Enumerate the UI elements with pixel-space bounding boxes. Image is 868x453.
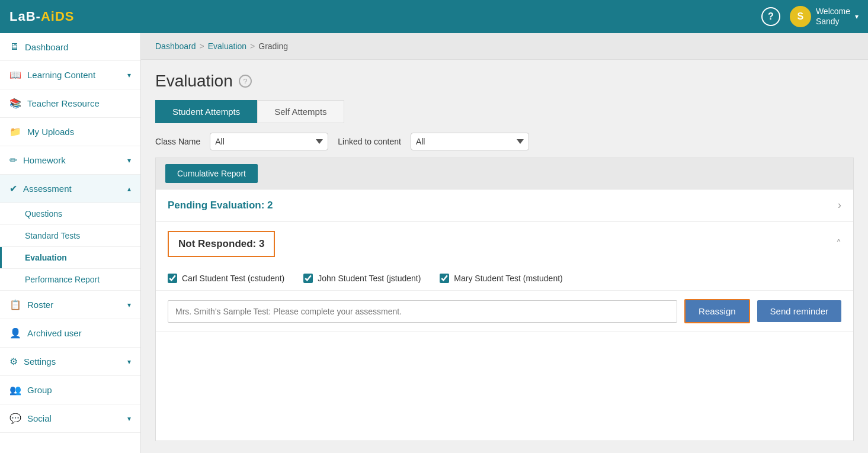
students-row: Carl Student Test (cstudent) John Studen…	[156, 266, 853, 291]
student-check-john[interactable]: John Student Test (jstudent)	[303, 274, 421, 283]
reminder-input[interactable]	[168, 300, 677, 323]
pending-evaluation-title: Pending Evaluation: 2	[168, 200, 273, 211]
sidebar-label-roster: Roster	[27, 300, 53, 310]
sidebar-label-my-uploads: My Uploads	[27, 127, 74, 137]
sidebar-item-dashboard[interactable]: 🖥 Dashboard	[0, 33, 140, 61]
pending-chevron-right-icon[interactable]: ›	[838, 199, 841, 211]
group-icon: 👥	[9, 384, 21, 396]
sidebar-item-my-uploads[interactable]: 📁 My Uploads	[0, 118, 140, 146]
reassign-button[interactable]: Reassign	[684, 299, 750, 323]
not-responded-chevron-up-icon[interactable]: ˄	[836, 237, 841, 250]
tab-student-attempts[interactable]: Student Attempts	[155, 100, 257, 123]
sidebar-item-evaluation[interactable]: Evaluation	[0, 247, 140, 269]
not-responded-header: Not Responded: 3 ˄	[156, 221, 853, 266]
breadcrumb-sep-1: >	[200, 41, 204, 51]
breadcrumb-grading: Grading	[258, 41, 288, 51]
chevron-down-icon-roster: ▾	[127, 301, 131, 309]
class-name-select[interactable]: All	[210, 133, 328, 150]
sidebar-label-dashboard: Dashboard	[25, 42, 68, 52]
student-name-mary: Mary Student Test (mstudent)	[454, 274, 562, 283]
roster-icon: 📋	[9, 299, 21, 310]
sidebar-item-archived-user[interactable]: 👤 Archived user	[0, 319, 140, 348]
class-name-label: Class Name	[155, 137, 200, 146]
chevron-down-icon-homework: ▾	[127, 156, 131, 165]
student-checkbox-john[interactable]	[303, 274, 313, 283]
assessment-submenu: Questions Standard Tests Evaluation Perf…	[0, 203, 140, 291]
sidebar-item-settings[interactable]: ⚙ Settings ▾	[0, 348, 140, 376]
sidebar-label-settings: Settings	[24, 356, 56, 367]
sidebar-label-group: Group	[27, 385, 52, 395]
sidebar-label-social: Social	[27, 413, 52, 423]
user-name-display: Welcome Sandy	[816, 7, 850, 27]
filters-row: Class Name All Linked to content All	[155, 133, 854, 150]
help-icon[interactable]: ?	[761, 7, 780, 26]
pending-evaluation-section: Pending Evaluation: 2 ›	[156, 189, 853, 221]
student-checkbox-mary[interactable]	[440, 274, 449, 283]
breadcrumb: Dashboard > Evaluation > Grading	[141, 33, 868, 60]
sidebar-item-group[interactable]: 👥 Group	[0, 376, 140, 404]
student-check-carl[interactable]: Carl Student Test (cstudent)	[168, 274, 284, 283]
linked-to-content-label: Linked to content	[338, 137, 401, 146]
main-content: Dashboard > Evaluation > Grading Evaluat…	[141, 33, 868, 453]
sidebar-label-learning-content: Learning Content	[27, 70, 95, 80]
archived-user-icon: 👤	[9, 327, 21, 339]
page-help-icon[interactable]: ?	[239, 75, 252, 88]
page-content: Evaluation ? Student Attempts Self Attem…	[141, 60, 868, 453]
social-icon: 💬	[9, 413, 21, 424]
cumulative-report-button[interactable]: Cumulative Report	[165, 164, 258, 183]
sidebar-item-questions[interactable]: Questions	[0, 203, 140, 225]
send-reminder-button[interactable]: Send reminder	[757, 300, 841, 322]
logo-aids-text: AiDS	[41, 9, 75, 24]
page-title: Evaluation	[155, 72, 233, 91]
not-responded-box: Not Responded: 3	[168, 231, 275, 257]
chevron-up-icon-assessment: ▴	[127, 185, 131, 193]
sidebar-label-teacher-resource: Teacher Resource	[27, 98, 100, 108]
my-uploads-icon: 📁	[9, 126, 21, 137]
logo-lab-text: LaB-	[9, 9, 41, 24]
sidebar-label-homework: Homework	[23, 155, 66, 165]
sidebar-label-archived-user: Archived user	[27, 328, 82, 338]
sidebar-label-assessment: Assessment	[23, 184, 72, 194]
learning-content-icon: 📖	[9, 69, 21, 81]
user-badge[interactable]: S Welcome Sandy ▾	[790, 6, 859, 27]
settings-icon: ⚙	[9, 356, 18, 367]
sidebar-item-learning-content[interactable]: 📖 Learning Content ▾	[0, 61, 140, 89]
sidebar-item-assessment[interactable]: ✔ Assessment ▴	[0, 175, 140, 203]
topnav-right: ? S Welcome Sandy ▾	[761, 6, 859, 27]
breadcrumb-dashboard[interactable]: Dashboard	[155, 41, 196, 51]
homework-icon: ✏	[9, 155, 17, 166]
student-checkbox-carl[interactable]	[168, 274, 177, 283]
not-responded-section: Not Responded: 3 ˄ Carl Student Test (cs…	[156, 221, 853, 332]
cumulative-bar: Cumulative Report	[156, 158, 853, 189]
sidebar-item-roster[interactable]: 📋 Roster ▾	[0, 291, 140, 319]
tab-self-attempts[interactable]: Self Attempts	[257, 100, 344, 123]
not-responded-title: Not Responded: 3	[178, 238, 264, 249]
chevron-down-icon-settings: ▾	[127, 358, 131, 366]
evaluation-panel: Cumulative Report Pending Evaluation: 2 …	[155, 158, 854, 441]
reminder-row: Reassign Send reminder	[156, 291, 853, 332]
dashboard-icon: 🖥	[9, 41, 19, 52]
linked-to-content-select[interactable]: All	[411, 133, 529, 150]
user-avatar: S	[790, 6, 811, 27]
student-check-mary[interactable]: Mary Student Test (mstudent)	[440, 274, 562, 283]
sidebar-item-performance-report[interactable]: Performance Report	[0, 269, 140, 291]
tabs-row: Student Attempts Self Attempts	[155, 100, 854, 123]
breadcrumb-sep-2: >	[250, 41, 255, 51]
sidebar-item-standard-tests[interactable]: Standard Tests	[0, 225, 140, 247]
student-name-john: John Student Test (jstudent)	[318, 274, 421, 283]
app-logo: LaB-AiDS	[9, 9, 74, 24]
chevron-down-icon: ▾	[127, 71, 131, 79]
breadcrumb-evaluation[interactable]: Evaluation	[208, 41, 246, 51]
top-navigation: LaB-AiDS ? S Welcome Sandy ▾	[0, 0, 868, 33]
sidebar: 🖥 Dashboard 📖 Learning Content ▾ 📚 Teach…	[0, 33, 141, 453]
sidebar-item-homework[interactable]: ✏ Homework ▾	[0, 146, 140, 175]
sidebar-item-social[interactable]: 💬 Social ▾	[0, 404, 140, 433]
assessment-icon: ✔	[9, 183, 17, 194]
sidebar-item-teacher-resource[interactable]: 📚 Teacher Resource	[0, 89, 140, 118]
chevron-down-icon-social: ▾	[127, 415, 131, 423]
student-name-carl: Carl Student Test (cstudent)	[182, 274, 284, 283]
user-dropdown-icon: ▾	[855, 12, 859, 21]
page-title-row: Evaluation ?	[155, 72, 854, 91]
teacher-resource-icon: 📚	[9, 98, 21, 109]
